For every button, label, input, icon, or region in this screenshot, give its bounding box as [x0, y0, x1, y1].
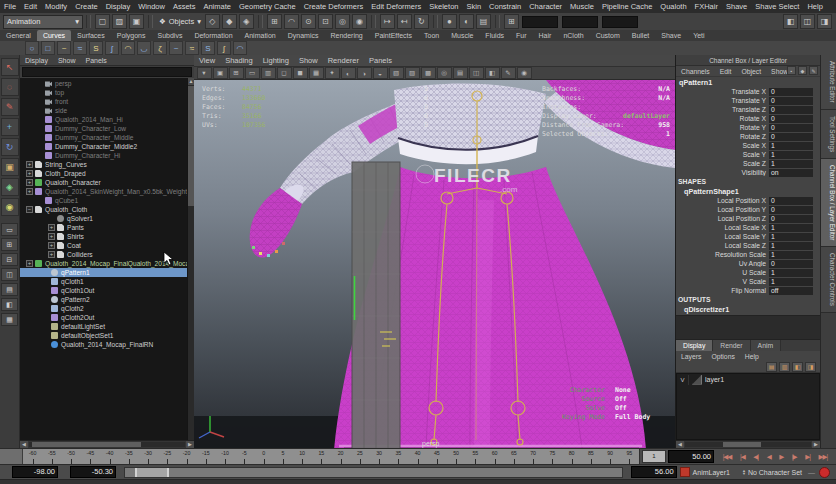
viewport-menu-item[interactable]: Renderer — [323, 56, 364, 65]
shelf-tab[interactable]: Rendering — [324, 30, 368, 41]
outliner-horizontal-scrollbar[interactable]: ◀ ▶ — [20, 440, 194, 448]
time-tick[interactable]: 0 — [254, 449, 273, 464]
outliner-item[interactable]: Dummy_Character_Low — [20, 124, 194, 133]
layer-visibility-toggle[interactable]: V — [677, 375, 689, 385]
channel-name[interactable]: V Scale — [676, 278, 769, 285]
time-tick[interactable]: 90 — [601, 449, 620, 464]
expand-toggle-icon[interactable]: − — [26, 206, 33, 213]
time-tick[interactable]: 65 — [504, 449, 523, 464]
channel-name[interactable]: Local Scale Z — [676, 242, 769, 249]
scale-tool-icon[interactable]: ▣ — [1, 158, 19, 176]
outliner-item[interactable]: qCloth2Out — [20, 313, 194, 322]
move-tool-icon[interactable]: + — [1, 118, 19, 136]
shelf-tab[interactable]: Bullet — [626, 30, 656, 41]
range-slider[interactable] — [124, 467, 623, 478]
menu-item[interactable]: Shave — [722, 2, 751, 11]
shelf-tab[interactable]: Surfaces — [71, 30, 111, 41]
selection-field-mode-icon[interactable]: ⊞ — [504, 14, 519, 29]
layer-row[interactable]: V layer1 — [677, 374, 819, 385]
outliner-vertical-scrollbar[interactable]: ▲ — [187, 78, 194, 440]
textured-icon[interactable]: ▦ — [309, 67, 324, 79]
scroll-left-icon[interactable]: ◀ — [20, 441, 28, 448]
xray-joints-icon[interactable]: ▩ — [421, 67, 436, 79]
expand-toggle-icon[interactable]: + — [48, 251, 55, 258]
camera-select-icon[interactable]: ▾ — [197, 67, 212, 79]
menu-item[interactable]: Skin — [462, 2, 485, 11]
outliner-menu-item[interactable]: Show — [53, 57, 81, 64]
layout-two-stacked-icon[interactable]: ⊟ — [1, 253, 18, 266]
time-tick[interactable]: 30 — [370, 449, 389, 464]
shelf-tab[interactable]: Animation — [239, 30, 282, 41]
image-plane-icon[interactable]: ▥ — [261, 67, 276, 79]
time-tick[interactable]: 25 — [350, 449, 369, 464]
menu-item[interactable]: Animate — [199, 2, 235, 11]
viewport-menu-item[interactable]: View — [194, 56, 220, 65]
grease-pencil-icon[interactable]: ✎ — [501, 67, 516, 79]
menu-item[interactable]: Edit — [20, 2, 41, 11]
time-tick[interactable]: -20 — [177, 449, 196, 464]
menu-item[interactable]: Geometry Cache — [235, 2, 300, 11]
range-slider-handle[interactable] — [135, 468, 169, 477]
time-tick[interactable]: 40 — [408, 449, 427, 464]
smooth-shade-icon[interactable]: ◼ — [293, 67, 308, 79]
ao-icon[interactable]: ◑ — [357, 67, 372, 79]
time-tick[interactable]: -5 — [235, 449, 254, 464]
outliner-item[interactable]: qCube1 — [20, 196, 194, 205]
time-tick[interactable]: -55 — [42, 449, 61, 464]
snap-point-icon[interactable]: ⊙ — [301, 14, 316, 29]
snapshot-icon[interactable]: ◉ — [517, 67, 532, 79]
time-tick[interactable]: 75 — [543, 449, 562, 464]
hammer-icon[interactable]: ✎ — [809, 66, 818, 75]
play-forwards-button[interactable]: ▶ — [779, 453, 783, 461]
expand-toggle-icon[interactable]: + — [48, 242, 55, 249]
shelf-tab[interactable]: Hair — [533, 30, 558, 41]
time-tick[interactable]: 20 — [331, 449, 350, 464]
menu-item[interactable]: Help — [803, 2, 826, 11]
step-back-frame-button[interactable]: |◀ — [740, 453, 745, 461]
layout-anim-icon[interactable]: ▦ — [1, 313, 18, 326]
menu-item[interactable]: Skeleton — [425, 2, 462, 11]
channel-name[interactable]: Rotate Z — [676, 133, 769, 140]
channel-name[interactable]: Scale Z — [676, 160, 769, 167]
shelf-tab[interactable]: Polygons — [111, 30, 152, 41]
render-icon[interactable]: ● — [442, 14, 457, 29]
time-tick[interactable]: 60 — [485, 449, 504, 464]
time-tick[interactable]: -10 — [216, 449, 235, 464]
channel-value[interactable]: 1 — [769, 151, 813, 159]
select-object-icon[interactable]: ◆ — [222, 14, 237, 29]
outliner-item[interactable]: qCloth2 — [20, 304, 194, 313]
scroll-right-icon[interactable]: ▶ — [812, 441, 820, 448]
manip-icon[interactable]: ▪ — [787, 66, 796, 75]
menu-set-dropdown[interactable]: Animation ▾ — [3, 15, 83, 29]
step-forward-key-button[interactable]: |▶ — [792, 453, 797, 461]
channel-name[interactable]: Local Scale Y — [676, 233, 769, 240]
layout-outliner-persp-icon[interactable]: ◧ — [1, 298, 18, 311]
channel-value[interactable]: 0 — [769, 106, 813, 114]
outliner-item[interactable]: Qualoth_2014_Mocap_FinalRN — [20, 340, 194, 349]
shelf-tab[interactable]: Dynamics — [282, 30, 325, 41]
render-settings-icon[interactable]: ▤ — [476, 14, 491, 29]
channel-name[interactable]: Local Position X — [676, 197, 769, 204]
gate-mask-icon[interactable]: ◧ — [485, 67, 500, 79]
input-connections-icon[interactable]: ↦ — [380, 14, 395, 29]
layer-editor-menu-item[interactable]: Help — [740, 353, 764, 360]
wireframe-icon[interactable]: ◻ — [277, 67, 292, 79]
ipr-render-icon[interactable]: ◐ — [459, 14, 474, 29]
outliner-item[interactable]: + String_Curves — [20, 160, 194, 169]
layer-editor-menu-item[interactable]: Options — [706, 353, 739, 360]
character-set-spinner[interactable]: ▲▼ — [742, 469, 746, 475]
channel-value[interactable]: 1 — [769, 160, 813, 168]
channel-value[interactable]: on — [769, 169, 813, 177]
playback-end-field[interactable]: 56.00 — [631, 466, 677, 478]
anim-layer-label[interactable]: AnimLayer1 — [693, 469, 730, 476]
shelf-tab[interactable]: General — [0, 30, 37, 41]
paint-select-tool-icon[interactable]: ✎ — [1, 98, 19, 116]
menu-item[interactable]: Qualoth — [656, 2, 690, 11]
time-tick[interactable]: -45 — [81, 449, 100, 464]
outliner-item[interactable]: + Qualoth_2014_SkinWeight_Man_x0.5bk_Wei… — [20, 187, 194, 196]
outliner-item[interactable]: defaultObjectSet1 — [20, 331, 194, 340]
camera-lock-icon[interactable]: ▣ — [213, 67, 228, 79]
attach-curve-icon[interactable]: ~ — [169, 41, 183, 55]
expand-toggle-icon[interactable]: + — [48, 224, 55, 231]
layer-horizontal-scrollbar[interactable]: ◀ ▶ — [676, 440, 820, 448]
